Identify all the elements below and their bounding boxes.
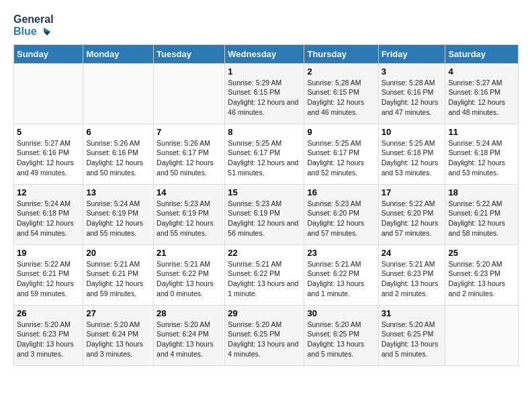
day-info: Sunrise: 5:20 AMSunset: 6:25 PMDaylight:… — [382, 320, 439, 358]
weekday-header: Saturday — [445, 44, 519, 63]
calendar-cell: 19Sunrise: 5:22 AMSunset: 6:21 PMDayligh… — [14, 244, 83, 305]
day-number: 23 — [307, 248, 375, 258]
day-info: Sunrise: 5:22 AMSunset: 6:21 PMDaylight:… — [448, 199, 505, 237]
calendar-cell: 26Sunrise: 5:20 AMSunset: 6:23 PMDayligh… — [14, 305, 83, 365]
day-number: 16 — [307, 187, 375, 197]
day-number: 11 — [448, 127, 515, 137]
day-number: 5 — [17, 127, 80, 137]
logo-bird-icon — [38, 26, 50, 38]
calendar-cell: 17Sunrise: 5:22 AMSunset: 6:20 PMDayligh… — [378, 184, 445, 244]
weekday-header: Sunday — [14, 44, 83, 63]
day-info: Sunrise: 5:21 AMSunset: 6:23 PMDaylight:… — [382, 260, 439, 298]
day-number: 6 — [86, 127, 150, 137]
day-info: Sunrise: 5:29 AMSunset: 6:15 PMDaylight:… — [228, 79, 298, 116]
calendar-cell: 10Sunrise: 5:25 AMSunset: 6:18 PMDayligh… — [378, 124, 445, 184]
calendar-cell: 31Sunrise: 5:20 AMSunset: 6:25 PMDayligh… — [378, 305, 445, 365]
day-number: 22 — [228, 248, 301, 258]
calendar-cell: 3Sunrise: 5:28 AMSunset: 6:16 PMDaylight… — [378, 63, 445, 124]
day-info: Sunrise: 5:21 AMSunset: 6:22 PMDaylight:… — [307, 260, 364, 298]
calendar-week-row: 19Sunrise: 5:22 AMSunset: 6:21 PMDayligh… — [14, 244, 519, 305]
day-number: 21 — [157, 248, 222, 258]
calendar-cell: 11Sunrise: 5:24 AMSunset: 6:18 PMDayligh… — [445, 124, 519, 184]
calendar-cell — [83, 63, 154, 124]
weekday-header: Tuesday — [154, 44, 225, 63]
day-info: Sunrise: 5:20 AMSunset: 6:24 PMDaylight:… — [157, 320, 214, 358]
weekday-header: Thursday — [304, 44, 378, 63]
day-number: 13 — [86, 187, 150, 197]
day-number: 28 — [157, 308, 222, 318]
day-info: Sunrise: 5:20 AMSunset: 6:25 PMDaylight:… — [228, 320, 298, 358]
day-info: Sunrise: 5:20 AMSunset: 6:23 PMDaylight:… — [17, 320, 74, 358]
day-number: 20 — [86, 248, 150, 258]
weekday-header: Monday — [83, 44, 154, 63]
calendar-cell: 21Sunrise: 5:21 AMSunset: 6:22 PMDayligh… — [154, 244, 225, 305]
calendar-cell: 27Sunrise: 5:20 AMSunset: 6:24 PMDayligh… — [83, 305, 154, 365]
header-row: SundayMondayTuesdayWednesdayThursdayFrid… — [14, 44, 519, 63]
page-header: General Blue — [13, 13, 519, 38]
calendar-cell: 16Sunrise: 5:23 AMSunset: 6:20 PMDayligh… — [304, 184, 378, 244]
calendar-cell: 20Sunrise: 5:21 AMSunset: 6:21 PMDayligh… — [83, 244, 154, 305]
day-number: 8 — [228, 127, 301, 137]
calendar-cell: 14Sunrise: 5:23 AMSunset: 6:19 PMDayligh… — [154, 184, 225, 244]
day-number: 3 — [382, 66, 443, 77]
day-number: 10 — [382, 127, 443, 137]
day-info: Sunrise: 5:20 AMSunset: 6:24 PMDaylight:… — [86, 320, 143, 358]
day-info: Sunrise: 5:24 AMSunset: 6:19 PMDaylight:… — [86, 199, 143, 237]
calendar-week-row: 26Sunrise: 5:20 AMSunset: 6:23 PMDayligh… — [14, 305, 519, 365]
day-number: 17 — [382, 187, 443, 197]
day-number: 18 — [448, 187, 515, 197]
day-info: Sunrise: 5:21 AMSunset: 6:22 PMDaylight:… — [228, 260, 298, 298]
calendar-week-row: 5Sunrise: 5:27 AMSunset: 6:16 PMDaylight… — [14, 124, 519, 184]
day-number: 1 — [228, 66, 301, 77]
calendar-cell — [445, 305, 519, 365]
calendar-cell: 13Sunrise: 5:24 AMSunset: 6:19 PMDayligh… — [83, 184, 154, 244]
day-number: 14 — [157, 187, 222, 197]
day-info: Sunrise: 5:25 AMSunset: 6:17 PMDaylight:… — [307, 139, 364, 177]
day-number: 30 — [307, 308, 375, 318]
day-info: Sunrise: 5:21 AMSunset: 6:21 PMDaylight:… — [86, 260, 143, 298]
calendar-cell: 15Sunrise: 5:23 AMSunset: 6:19 PMDayligh… — [225, 184, 304, 244]
calendar-week-row: 1Sunrise: 5:29 AMSunset: 6:15 PMDaylight… — [14, 63, 519, 124]
logo-graphic: General Blue — [13, 13, 54, 38]
svg-marker-1 — [44, 32, 50, 36]
day-number: 4 — [448, 66, 515, 77]
day-info: Sunrise: 5:22 AMSunset: 6:21 PMDaylight:… — [17, 260, 74, 298]
day-number: 2 — [307, 66, 375, 77]
calendar-cell: 30Sunrise: 5:20 AMSunset: 6:25 PMDayligh… — [304, 305, 378, 365]
calendar-cell: 9Sunrise: 5:25 AMSunset: 6:17 PMDaylight… — [304, 124, 378, 184]
calendar-cell: 1Sunrise: 5:29 AMSunset: 6:15 PMDaylight… — [225, 63, 304, 124]
calendar-cell: 8Sunrise: 5:25 AMSunset: 6:17 PMDaylight… — [225, 124, 304, 184]
day-info: Sunrise: 5:20 AMSunset: 6:25 PMDaylight:… — [307, 320, 364, 358]
day-info: Sunrise: 5:28 AMSunset: 6:16 PMDaylight:… — [382, 79, 439, 116]
calendar-cell: 18Sunrise: 5:22 AMSunset: 6:21 PMDayligh… — [445, 184, 519, 244]
day-info: Sunrise: 5:26 AMSunset: 6:17 PMDaylight:… — [157, 139, 214, 177]
day-number: 7 — [157, 127, 222, 137]
day-info: Sunrise: 5:23 AMSunset: 6:19 PMDaylight:… — [157, 199, 214, 237]
calendar-cell: 29Sunrise: 5:20 AMSunset: 6:25 PMDayligh… — [225, 305, 304, 365]
day-number: 25 — [448, 248, 515, 258]
calendar-cell: 6Sunrise: 5:26 AMSunset: 6:16 PMDaylight… — [83, 124, 154, 184]
calendar-cell: 24Sunrise: 5:21 AMSunset: 6:23 PMDayligh… — [378, 244, 445, 305]
calendar-table: SundayMondayTuesdayWednesdayThursdayFrid… — [13, 44, 519, 366]
calendar-cell — [154, 63, 225, 124]
day-info: Sunrise: 5:27 AMSunset: 6:16 PMDaylight:… — [448, 79, 505, 116]
day-number: 24 — [382, 248, 443, 258]
day-info: Sunrise: 5:24 AMSunset: 6:18 PMDaylight:… — [17, 199, 74, 237]
calendar-cell: 22Sunrise: 5:21 AMSunset: 6:22 PMDayligh… — [225, 244, 304, 305]
day-info: Sunrise: 5:24 AMSunset: 6:18 PMDaylight:… — [448, 139, 505, 177]
day-info: Sunrise: 5:20 AMSunset: 6:23 PMDaylight:… — [448, 260, 505, 298]
calendar-cell: 25Sunrise: 5:20 AMSunset: 6:23 PMDayligh… — [445, 244, 519, 305]
day-info: Sunrise: 5:28 AMSunset: 6:15 PMDaylight:… — [307, 79, 364, 116]
day-number: 9 — [307, 127, 375, 137]
day-number: 27 — [86, 308, 150, 318]
day-number: 19 — [17, 248, 80, 258]
calendar-cell: 28Sunrise: 5:20 AMSunset: 6:24 PMDayligh… — [154, 305, 225, 365]
calendar-cell: 23Sunrise: 5:21 AMSunset: 6:22 PMDayligh… — [304, 244, 378, 305]
day-info: Sunrise: 5:23 AMSunset: 6:20 PMDaylight:… — [307, 199, 364, 237]
weekday-header: Friday — [378, 44, 445, 63]
day-info: Sunrise: 5:27 AMSunset: 6:16 PMDaylight:… — [17, 139, 74, 177]
svg-marker-0 — [44, 28, 50, 32]
day-number: 31 — [382, 308, 443, 318]
day-number: 15 — [228, 187, 301, 197]
day-info: Sunrise: 5:23 AMSunset: 6:19 PMDaylight:… — [228, 199, 298, 237]
